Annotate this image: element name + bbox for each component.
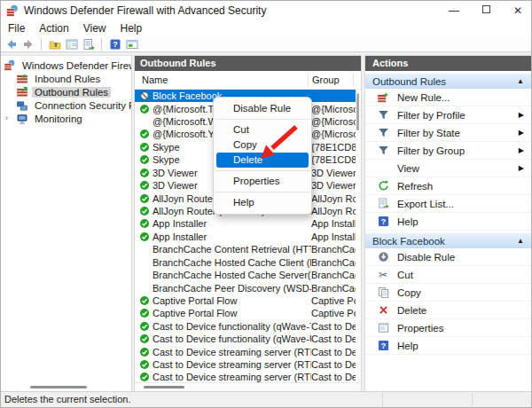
- close-button[interactable]: ✕: [513, 5, 522, 16]
- window-title: Windows Defender Firewall with Advanced …: [24, 4, 266, 17]
- rule-name: BranchCache Hosted Cache Server(HTTP...: [153, 270, 311, 280]
- svg-text:?: ?: [113, 40, 118, 49]
- action-new-rule[interactable]: New Rule...: [365, 89, 531, 106]
- popup-window-icon[interactable]: [125, 37, 138, 51]
- rule-row[interactable]: App InstallerApp Installer: [135, 217, 356, 230]
- back-icon[interactable]: [4, 37, 18, 51]
- rule-group: App Installer: [311, 218, 356, 229]
- actions-panel-title: Actions: [365, 56, 531, 71]
- status-text: Deletes the current selection.: [4, 394, 130, 404]
- toolbar-separator: [41, 38, 42, 51]
- rule-name-cell: BranchCache Peer Discovery (WSD-Out): [135, 283, 311, 294]
- rule-group: @{Microsoft.Tod: [311, 104, 356, 114]
- export-icon[interactable]: [82, 37, 95, 51]
- rule-row[interactable]: Cast to Device functionality (qWave-UDP.…: [135, 333, 356, 345]
- column-divider[interactable]: [353, 74, 354, 87]
- tree-item-monitoring[interactable]: ›Monitoring: [1, 113, 131, 126]
- action-delete[interactable]: Delete: [365, 302, 531, 319]
- rule-group: Cast to Dev: [311, 347, 356, 357]
- action-filter-by-group[interactable]: Filter by Group▶: [365, 142, 531, 160]
- action-help[interactable]: ?Help: [365, 213, 531, 231]
- action-label: Disable Rule: [397, 252, 455, 263]
- action-filter-by-profile[interactable]: Filter by Profile▶: [365, 106, 531, 124]
- menu-view[interactable]: View: [76, 21, 113, 35]
- enabled-rule-icon: [140, 181, 149, 190]
- help-icon[interactable]: ?: [108, 37, 121, 51]
- export-list-icon: [376, 197, 390, 210]
- action-disable-rule[interactable]: Disable Rule: [365, 248, 531, 266]
- actions-section-header-block-facebook[interactable]: Block Facebook▲: [365, 232, 531, 248]
- rule-name: App Installer: [153, 231, 207, 242]
- rule-row[interactable]: Cast to Device streaming server (RTP-Str…: [135, 345, 356, 357]
- actions-section-header-outbound-rules[interactable]: Outbound Rules▲: [365, 73, 531, 89]
- vertical-scrollbar-thumb[interactable]: [356, 93, 359, 130]
- rule-row[interactable]: Captive Portal FlowCaptive Por: [135, 294, 356, 307]
- submenu-arrow-icon: ▶: [519, 111, 524, 119]
- action-properties[interactable]: Properties: [365, 319, 531, 337]
- collapse-arrow-icon[interactable]: ▲: [517, 77, 524, 85]
- action-help[interactable]: ?Help: [365, 337, 531, 355]
- tree-item-outbound-rules[interactable]: Outbound Rules: [1, 85, 131, 98]
- context-menu-item-cut[interactable]: Cut: [214, 122, 311, 137]
- maximize-button[interactable]: [482, 5, 490, 13]
- context-menu-item-copy[interactable]: Copy: [214, 137, 311, 153]
- action-refresh[interactable]: Refresh: [365, 177, 531, 195]
- action-export-list[interactable]: Export List...: [365, 195, 531, 213]
- menu-file[interactable]: File: [1, 21, 32, 35]
- rule-row[interactable]: Captive Portal FlowCaptive Por: [135, 307, 356, 319]
- context-menu-item-disable-rule[interactable]: Disable Rule: [214, 101, 311, 116]
- context-menu-item-delete[interactable]: Delete: [216, 153, 309, 168]
- rule-name: BranchCache Peer Discovery (WSD-Out): [153, 283, 311, 294]
- rule-row[interactable]: Cast to Device streaming server (RTP-Str…: [135, 371, 356, 382]
- context-menu-item-help[interactable]: Help: [214, 195, 311, 210]
- context-menu-item-properties[interactable]: Properties: [214, 174, 311, 189]
- help-icon: ?: [376, 339, 390, 352]
- rule-name-cell: BranchCache Hosted Cache Server(HTTP...: [135, 270, 311, 280]
- forward-icon[interactable]: [21, 37, 35, 51]
- title-bar: Windows Defender Firewall with Advanced …: [1, 1, 531, 20]
- tree-item-connection-security-rules[interactable]: Connection Security Rules: [1, 99, 131, 113]
- rule-row[interactable]: App InstallerApp Installer: [135, 231, 356, 243]
- cut-icon: ✂: [376, 268, 390, 281]
- action-cut[interactable]: ✂Cut: [365, 266, 531, 284]
- tree-item-label: Monitoring: [32, 114, 85, 124]
- status-bar-divider: [382, 393, 383, 406]
- rule-row[interactable]: BranchCache Hosted Cache Client (HTTP...…: [135, 255, 356, 268]
- chevron-right-icon[interactable]: ›: [5, 114, 8, 122]
- rule-row[interactable]: BranchCache Hosted Cache Server(HTTP...B…: [135, 269, 356, 281]
- submenu-arrow-icon: ▶: [519, 129, 524, 137]
- column-header-name[interactable]: Name: [142, 75, 168, 85]
- tree-item-inbound-rules[interactable]: Inbound Rules: [1, 72, 131, 85]
- action-label: Help: [397, 341, 419, 351]
- rule-group: AllJoyn Router: [311, 193, 356, 204]
- action-label: Refresh: [397, 181, 433, 192]
- rule-name-cell: Captive Portal Flow: [135, 308, 311, 318]
- action-copy[interactable]: Copy: [365, 284, 531, 302]
- column-divider[interactable]: [308, 74, 309, 87]
- action-view[interactable]: View▶: [365, 160, 531, 177]
- svg-text:?: ?: [380, 341, 385, 350]
- action-label: Filter by Profile: [397, 110, 466, 121]
- rule-row[interactable]: BranchCache Peer Discovery (WSD-Out)Bran…: [135, 281, 356, 294]
- minimize-button[interactable]: —: [449, 5, 459, 16]
- actions-section-title: Block Facebook: [372, 236, 445, 247]
- action-filter-by-state[interactable]: Filter by State▶: [365, 124, 531, 142]
- tree-horizontal-scrollbar-thumb[interactable]: [30, 386, 87, 388]
- rule-group: Cast to Dev: [311, 333, 356, 344]
- up-folder-icon[interactable]: [48, 37, 61, 51]
- rule-row[interactable]: Cast to Device functionality (qWave-TCP.…: [135, 320, 356, 333]
- menu-action[interactable]: Action: [32, 21, 75, 35]
- filter-icon: [376, 144, 390, 157]
- collapse-arrow-icon[interactable]: ▲: [517, 237, 524, 245]
- menu-separator: [215, 192, 310, 192]
- horizontal-scrollbar[interactable]: [135, 382, 361, 391]
- rule-row[interactable]: Cast to Device streaming server (RTP-Str…: [135, 358, 356, 371]
- menu-help[interactable]: Help: [113, 21, 150, 35]
- console-tree-icon[interactable]: [65, 37, 78, 51]
- column-header-group[interactable]: Group: [312, 75, 340, 85]
- horizontal-scrollbar-thumb[interactable]: [144, 386, 184, 388]
- enabled-rule-icon: [140, 169, 149, 177]
- rule-row[interactable]: BranchCache Content Retrieval (HTTP-O...…: [135, 243, 356, 255]
- rule-group: Cast to Dev: [311, 321, 356, 332]
- tree-item-windows-defender-firewall-with[interactable]: Windows Defender Firewall with: [1, 59, 131, 72]
